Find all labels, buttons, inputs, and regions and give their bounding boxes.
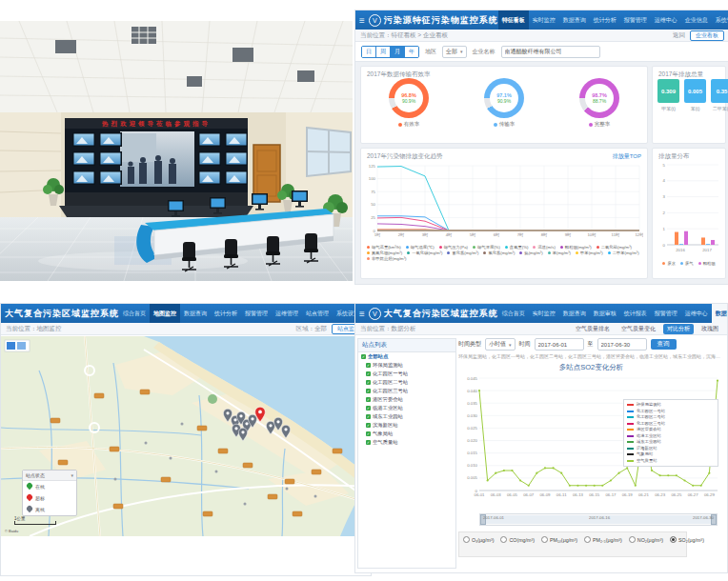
nav-item-2[interactable]: 数据查询 <box>559 10 590 30</box>
bar-legend-item-2[interactable]: 颗粒物 <box>698 261 716 266</box>
tree-station-6[interactable]: ✓城东工业园站 <box>358 412 455 421</box>
legend-item-5[interactable]: 流速(m/s) <box>533 245 555 250</box>
nav-item-4[interactable]: 统计报表 <box>620 304 651 323</box>
radio-icon[interactable] <box>541 536 548 543</box>
date-range-slider[interactable]: 2017-06-01 2017-06-16 2017-06-30 <box>479 513 718 526</box>
nav-item-6[interactable]: 运维中心 <box>681 304 712 323</box>
checkbox-checked-icon[interactable]: ✓ <box>366 371 371 376</box>
legend-item-7[interactable]: 二氧化硫(mg/m³) <box>597 245 632 250</box>
nav-item-0[interactable]: 综合首页 <box>498 304 529 323</box>
nav-item-7[interactable]: 数据分析 <box>712 304 728 323</box>
tr-back-link[interactable]: 返回 <box>673 31 685 40</box>
time-type-select[interactable]: 小时值 ▾ <box>485 338 516 351</box>
hamburger-icon[interactable]: ≡ <box>355 309 369 319</box>
top-link[interactable]: 排放量TOP <box>613 152 641 161</box>
hamburger-icon[interactable]: ≡ <box>355 15 369 26</box>
nav-item-3[interactable]: 统计分析 <box>590 10 620 30</box>
segment-月[interactable]: 月 <box>391 47 405 57</box>
radio-icon[interactable] <box>670 536 677 543</box>
radio-icon[interactable] <box>629 536 636 543</box>
query-button[interactable]: 查询 <box>651 339 677 350</box>
checkbox-checked-icon[interactable]: ✓ <box>366 397 371 402</box>
tree-station-8[interactable]: ✓气象局站 <box>358 430 455 438</box>
legend-item-6[interactable]: 颗粒物(mg/m³) <box>560 245 592 250</box>
nav-item-2[interactable]: 数据查询 <box>559 304 590 323</box>
tab-0[interactable]: 空气质量排名 <box>572 324 614 334</box>
radio-icon[interactable] <box>584 536 591 543</box>
legend-item-3[interactable]: 烟气湿度(%) <box>473 245 500 250</box>
legend-item-1[interactable]: 烟气温度(℃) <box>406 245 435 250</box>
pollutant-radio-3[interactable]: PM₂.₅(μg/m³) <box>584 536 622 543</box>
checkbox-checked-icon[interactable]: ✓ <box>366 440 371 445</box>
nav-item-1[interactable]: 实时监控 <box>529 304 559 323</box>
legend-item-15[interactable]: 二甲苯(mg/m³) <box>608 250 639 255</box>
checkbox-checked-icon[interactable]: ✓ <box>366 406 371 411</box>
legend-item-8[interactable]: 氮氧化物(mg/m³) <box>367 250 402 255</box>
tab-2[interactable]: 对比分析 <box>663 324 694 334</box>
bar-legend-item-0[interactable]: 废水 <box>662 261 676 266</box>
company-input[interactable] <box>501 46 600 58</box>
tree-station-2[interactable]: ✓化工园区二号站 <box>358 378 455 387</box>
map-type-control[interactable] <box>5 340 30 351</box>
tree-station-5[interactable]: ✓临港工业区站 <box>358 404 455 412</box>
checkbox-checked-icon[interactable]: ✓ <box>366 414 371 419</box>
tr-active-page-tab[interactable]: 企业看板 <box>690 30 724 41</box>
nav-item-3[interactable]: 数据审核 <box>590 304 620 323</box>
legend-item-2[interactable]: 烟气压力(Pa) <box>439 245 468 250</box>
nav-item-1[interactable]: 地图监控 <box>150 304 180 323</box>
checkbox-checked-icon[interactable]: ✓ <box>366 389 371 393</box>
legend-item-0[interactable]: 烟气流量(km³/h) <box>367 245 401 250</box>
nav-item-2[interactable]: 数据查询 <box>180 304 211 323</box>
nav-item-5[interactable]: 运维中心 <box>651 10 681 30</box>
checkbox-checked-icon[interactable]: ✓ <box>366 363 371 368</box>
nav-item-4[interactable]: 报警管理 <box>241 304 272 323</box>
legend-item-16[interactable]: 非甲烷总烃(mg/m³) <box>367 256 407 261</box>
tab-1[interactable]: 空气质量变化 <box>617 324 659 334</box>
checkbox-checked-icon[interactable]: ✓ <box>366 380 371 385</box>
tree-station-3[interactable]: ✓化工园区三号站 <box>358 387 455 395</box>
segment-周[interactable]: 周 <box>376 47 391 57</box>
nav-item-7[interactable]: 系统管理 <box>712 10 728 30</box>
legend-item-10[interactable]: 氯化氢(mg/m³) <box>447 250 478 255</box>
pollutant-radio-2[interactable]: PM₁₀(μg/m³) <box>541 536 577 543</box>
nav-item-6[interactable]: 企业信息 <box>681 10 712 30</box>
nav-item-3[interactable]: 统计分析 <box>211 304 241 323</box>
map-viewport[interactable]: 站点状态 ▾ 在线超标离线 1公里 © Baidu <box>1 336 371 536</box>
nav-item-0[interactable]: 特征看板 <box>498 10 529 30</box>
region-select[interactable]: 全部 ▾ <box>442 46 467 58</box>
legend-item-11[interactable]: 氟化氢(mg/m³) <box>483 250 515 255</box>
date-to-input[interactable] <box>597 338 647 351</box>
legend-item-13[interactable]: 苯(mg/m³) <box>548 250 571 255</box>
map-legend-item-2[interactable]: 离线 <box>23 504 76 515</box>
nav-item-5[interactable]: 运维管理 <box>272 304 302 323</box>
checkbox-checked-icon[interactable]: ✓ <box>361 354 366 359</box>
pollutant-radio-0[interactable]: O₃(μg/m³) <box>463 536 494 543</box>
checkbox-checked-icon[interactable]: ✓ <box>366 423 371 428</box>
pollutant-radio-5[interactable]: SO₂(μg/m³) <box>670 536 704 543</box>
segment-日[interactable]: 日 <box>362 47 376 57</box>
bar-legend-item-1[interactable]: 废气 <box>680 261 694 266</box>
tree-station-9[interactable]: ✓空气质量站 <box>358 438 455 447</box>
legend-item-4[interactable]: 含氧量(%) <box>505 245 529 250</box>
nav-item-5[interactable]: 报警管理 <box>651 304 681 323</box>
nav-item-6[interactable]: 站点管理 <box>302 304 333 323</box>
segment-年[interactable]: 年 <box>405 47 418 57</box>
tree-root[interactable]: ✓全部站点 <box>358 352 455 361</box>
pollutant-radio-1[interactable]: CO(mg/m³) <box>500 536 534 543</box>
nav-item-4[interactable]: 报警管理 <box>620 10 651 30</box>
map-legend-header[interactable]: 站点状态 ▾ <box>23 471 76 481</box>
nav-item-1[interactable]: 实时监控 <box>529 10 559 30</box>
map-legend-item-1[interactable]: 超标 <box>23 492 76 504</box>
tab-3[interactable]: 玫瑰图 <box>698 324 722 334</box>
radio-icon[interactable] <box>500 536 507 543</box>
legend-item-12[interactable]: 氨(mg/m³) <box>519 250 542 255</box>
tree-station-1[interactable]: ✓化工园区一号站 <box>358 370 455 378</box>
so2-legend-item-9[interactable]: 空气质量站 <box>627 458 715 465</box>
nav-item-0[interactable]: 综合首页 <box>119 304 150 323</box>
checkbox-checked-icon[interactable]: ✓ <box>366 431 371 436</box>
legend-item-14[interactable]: 甲苯(mg/m³) <box>576 250 603 255</box>
tree-station-4[interactable]: ✓港区管委会站 <box>358 395 455 404</box>
legend-item-9[interactable]: 一氧化碳(mg/m³) <box>407 250 442 255</box>
pollutant-radio-4[interactable]: NO₂(μg/m³) <box>629 536 663 543</box>
tree-station-0[interactable]: ✓环保局监测站 <box>358 361 455 370</box>
